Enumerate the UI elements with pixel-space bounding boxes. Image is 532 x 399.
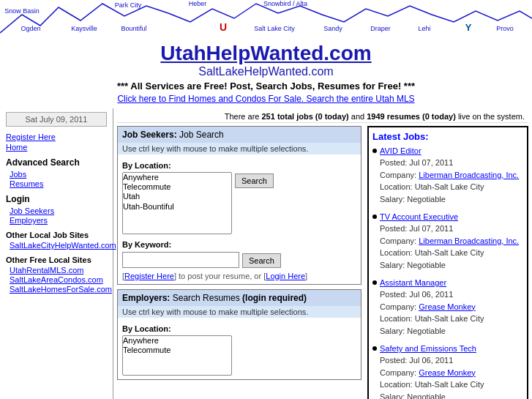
right-column: Latest Jobs: AVID Editor Posted: Jul 07,… [367,126,528,399]
sidebar-rental-mls-link[interactable]: UtahRentalMLS.com [10,266,107,275]
job-detail-0: Posted: Jul 07, 2011 Company: Liberman B… [380,157,523,205]
job-search-box: Job Seekers: Job Search Use ctrl key wit… [117,126,361,285]
mls-link[interactable]: Click here to Find Homes and Condos For … [0,94,532,104]
job-company-0[interactable]: Liberman Broadcasting, Inc. [419,171,519,179]
job-posted-3: Posted: Jul 06, 2011 [380,356,453,365]
job-bullet-2 [372,280,377,285]
register-line: [Register Here] to post your resume, or … [122,272,356,280]
sidebar-other-sites-title: Other Free Local Sites [6,256,107,264]
job-bullet-1 [372,215,377,219]
employer-location-select[interactable]: Anywhere Telecommute [122,335,232,376]
job-title-2[interactable]: Assistant Manager [380,278,523,287]
register-text-mid: ] to post your resume, or [ [174,272,266,280]
sidebar-condos-link[interactable]: SaltLakeAreaCondos.com [10,275,107,284]
job-posted-1: Posted: Jul 07, 2011 [380,224,453,233]
tagline: *** All Services are Free! Post, Search … [0,81,532,92]
job-company-2[interactable]: Grease Monkey [419,302,476,311]
location-row: Anywhere Telecommute Utah Utah-Bountiful… [122,172,356,234]
svg-text:Park City: Park City [115,1,142,9]
svg-text:Y: Y [465,22,472,33]
job-title-1[interactable]: TV Account Executive [380,212,523,221]
emp-option-telecommute[interactable]: Telecommute [123,346,231,355]
job-entry-2: Assistant Manager Posted: Jul 06, 2011 C… [372,278,523,337]
location-select[interactable]: Anywhere Telecommute Utah Utah-Bountiful [122,172,232,234]
login-here-link[interactable]: Login Here [266,272,305,280]
job-location-2: Utah-Salt Lake City [415,314,484,323]
content-area: There are 251 total jobs (0 today) and 1… [113,108,532,399]
job-location-label-3: Location: [380,380,415,389]
job-company-1[interactable]: Liberman Broadcasting, Inc. [419,236,519,245]
job-location-label-1: Location: [380,248,415,257]
job-company-label-0: Company: [380,171,419,179]
sidebar-slc-helpwanted-link[interactable]: SaltLakeCityHelpWanted.com [10,241,107,250]
sidebar-jobs-link[interactable]: Jobs [10,170,107,179]
sidebar-resumes-link[interactable]: Resumes [10,179,107,188]
job-title-3[interactable]: Safety and Emissions Tech [380,344,523,353]
job-search-subtitle: Use ctrl key with mouse to make multiple… [118,143,361,154]
employers-header: Employers: Search Resumes (login require… [118,290,361,306]
keyword-input[interactable] [122,252,239,268]
job-location-1: Utah-Salt Lake City [415,248,484,257]
job-posted-2: Posted: Jul 06, 2011 [380,290,453,299]
job-posted-0: Posted: Jul 07, 2011 [380,158,453,167]
stats-bar: There are 251 total jobs (0 today) and 1… [117,111,528,123]
job-salary-label-3: Salary: [380,392,407,400]
employers-header-prefix: Employers: [122,293,173,303]
latest-jobs-scroll[interactable]: AVID Editor Posted: Jul 07, 2011 Company… [372,146,523,399]
job-entry-3: Safety and Emissions Tech Posted: Jul 06… [372,344,523,399]
job-detail-3: Posted: Jul 06, 2011 Company: Grease Mon… [380,354,523,399]
register-here-link[interactable]: Register Here [124,272,174,280]
site-title-main[interactable]: UtahHelpWanted.com [0,42,532,65]
job-company-label-1: Company: [380,236,419,245]
job-entry-0: AVID Editor Posted: Jul 07, 2011 Company… [372,146,523,205]
option-telecommute[interactable]: Telecommute [123,182,231,192]
sidebar-employers-link[interactable]: Employers [10,216,107,225]
job-bullet-3 [372,346,377,351]
employers-subtitle: Use ctrl key with mouse to make multiple… [118,306,361,318]
job-location-3: Utah-Salt Lake City [415,380,484,389]
sidebar-homes-link[interactable]: SaltLakeHomesForSale.com [10,285,107,294]
sidebar-register-link[interactable]: Register Here [6,133,107,141]
job-entry-1: TV Account Executive Posted: Jul 07, 201… [372,212,523,271]
svg-text:U: U [220,21,227,33]
svg-text:Draper: Draper [370,25,391,32]
job-salary-1: Negotiable [407,261,446,269]
latest-jobs-title: Latest Jobs: [372,131,523,142]
site-title-sub[interactable]: SaltLakeHelpWanted.com [0,65,532,78]
employers-location-label: By Location: [122,324,356,333]
mountain-area: Snow Basin Park City Heber Snowbird / Al… [0,0,532,40]
job-location-label-2: Location: [380,314,415,323]
keyword-section: By Keyword: Search [122,240,356,268]
emp-option-anywhere[interactable]: Anywhere [123,336,231,346]
job-salary-label-1: Salary: [380,261,407,269]
option-utah[interactable]: Utah [123,192,231,201]
keyword-search-button[interactable]: Search [242,253,281,268]
svg-text:Provo: Provo [496,25,514,32]
job-location-label-0: Location: [380,182,415,191]
header: Snow Basin Park City Heber Snowbird / Al… [0,0,532,108]
svg-text:Kaysville: Kaysville [71,25,97,32]
sidebar-jobseekers-link[interactable]: Job Seekers [10,206,107,215]
job-detail-2: Posted: Jul 06, 2011 Company: Grease Mon… [380,288,523,337]
employers-body: By Location: Anywhere Telecommute [118,318,361,379]
svg-text:Ogden: Ogden [20,25,40,32]
location-search-button[interactable]: Search [235,174,274,188]
job-salary-0: Negotiable [407,195,446,204]
option-utah-bountiful[interactable]: Utah-Bountiful [123,202,231,212]
stats-text: There are 251 total jobs (0 today) and 1… [225,112,525,121]
sidebar-home-link[interactable]: Home [6,143,107,152]
job-title-0[interactable]: AVID Editor [380,146,523,155]
job-salary-label-0: Salary: [380,195,407,204]
job-company-label-3: Company: [380,368,419,377]
option-anywhere[interactable]: Anywhere [123,173,231,182]
job-search-body: By Location: Anywhere Telecommute Utah U… [118,154,361,284]
job-salary-3: Negotiable [407,392,446,400]
job-company-3[interactable]: Grease Monkey [419,368,476,377]
job-bullet-0 [372,149,377,153]
job-company-label-2: Company: [380,302,419,311]
employers-header-title: Search Resumes [173,293,240,303]
svg-text:Sandy: Sandy [323,25,342,32]
job-salary-2: Negotiable [407,327,446,335]
svg-text:Lehi: Lehi [418,25,430,32]
svg-text:Snow Basin: Snow Basin [4,7,40,15]
